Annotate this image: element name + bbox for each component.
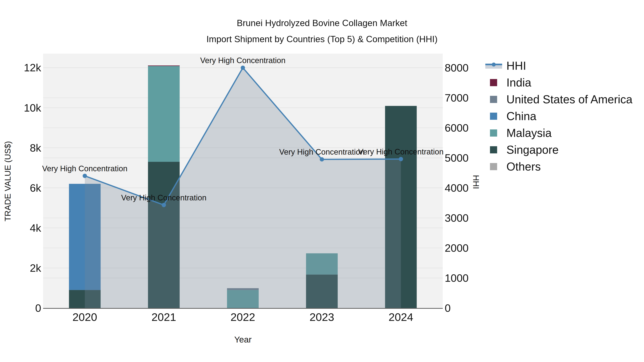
legend-swatch-cell bbox=[485, 57, 502, 74]
x-axis-title: Year bbox=[207, 335, 279, 345]
legend-item-united-states-of-america[interactable]: United States of America bbox=[485, 91, 632, 108]
legend-swatch-cell bbox=[485, 108, 502, 125]
legend-item-label: China bbox=[506, 110, 536, 123]
hhi-marker-2022[interactable] bbox=[241, 66, 245, 70]
legend-item-label: Singapore bbox=[506, 143, 559, 156]
legend-swatch-cell bbox=[485, 158, 502, 175]
legend-swatch-cell bbox=[485, 91, 502, 108]
hhi-marker-2020[interactable] bbox=[83, 174, 87, 178]
annotation-2024: Very High Concentration bbox=[358, 147, 444, 156]
y-left-tick-2k: 2k bbox=[30, 262, 41, 274]
hhi-marker-2021[interactable] bbox=[162, 203, 166, 207]
chart-plot-area: Very High ConcentrationVery High Concent… bbox=[0, 0, 644, 362]
hhi-line-swatch-icon bbox=[485, 62, 502, 69]
y-right-tick-8000: 8000 bbox=[445, 62, 468, 74]
legend-item-hhi[interactable]: HHI bbox=[485, 57, 632, 74]
legend-item-label: HHI bbox=[506, 59, 526, 72]
y-right-tick-2000: 2000 bbox=[445, 242, 468, 254]
chart-title-line2: Import Shipment by Countries (Top 5) & C… bbox=[0, 31, 644, 47]
y-left-tick-6k: 6k bbox=[30, 182, 41, 194]
y-left-tick-12k: 12k bbox=[24, 62, 41, 74]
bar-segment-2021-malaysia[interactable] bbox=[148, 66, 180, 162]
y-right-tick-0: 0 bbox=[445, 302, 450, 314]
legend-color-swatch-icon bbox=[490, 146, 497, 153]
hhi-marker-2024[interactable] bbox=[399, 157, 403, 161]
annotation-2021: Very High Concentration bbox=[121, 193, 206, 202]
bar-segment-2021-india[interactable] bbox=[148, 65, 180, 66]
y-right-axis-title: HHI bbox=[471, 164, 481, 200]
y-right-tick-7000: 7000 bbox=[445, 92, 468, 104]
chart-title-line1: Brunei Hydrolyzed Bovine Collagen Market bbox=[0, 15, 644, 31]
annotation-2020: Very High Concentration bbox=[42, 164, 128, 173]
legend-color-swatch-icon bbox=[490, 96, 497, 103]
x-tick-2022: 2022 bbox=[230, 311, 255, 323]
y-left-tick-8k: 8k bbox=[30, 142, 41, 154]
hhi-marker-2023[interactable] bbox=[320, 157, 324, 161]
legend-item-china[interactable]: China bbox=[485, 108, 632, 125]
legend-item-label: United States of America bbox=[506, 93, 632, 106]
legend-item-singapore[interactable]: Singapore bbox=[485, 141, 632, 158]
legend: HHIIndiaUnited States of AmericaChinaMal… bbox=[485, 57, 632, 175]
y-right-tick-5000: 5000 bbox=[445, 152, 468, 164]
hhi-marker-glyph bbox=[492, 62, 496, 66]
x-tick-2021: 2021 bbox=[152, 311, 176, 323]
annotation-2023: Very High Concentration bbox=[279, 147, 364, 156]
x-tick-2023: 2023 bbox=[310, 311, 334, 323]
legend-color-swatch-icon bbox=[490, 129, 497, 137]
legend-color-swatch-icon bbox=[490, 163, 497, 170]
y-right-tick-1000: 1000 bbox=[445, 272, 468, 284]
y-left-axis-title: TRADE VALUE (US$) bbox=[3, 110, 13, 253]
y-left-tick-0: 0 bbox=[35, 302, 41, 314]
legend-swatch-cell bbox=[485, 74, 502, 91]
figure: Very High ConcentrationVery High Concent… bbox=[0, 0, 644, 362]
y-left-tick-4k: 4k bbox=[30, 222, 41, 234]
legend-item-india[interactable]: India bbox=[485, 74, 632, 91]
legend-item-label: Others bbox=[506, 160, 541, 173]
x-tick-2024: 2024 bbox=[388, 311, 413, 323]
legend-color-swatch-icon bbox=[490, 113, 497, 120]
legend-item-malaysia[interactable]: Malaysia bbox=[485, 125, 632, 141]
y-right-tick-4000: 4000 bbox=[445, 182, 468, 194]
legend-item-label: India bbox=[506, 76, 531, 89]
y-right-tick-3000: 3000 bbox=[445, 212, 468, 224]
legend-item-label: Malaysia bbox=[506, 126, 552, 140]
x-tick-2020: 2020 bbox=[72, 311, 97, 323]
annotation-2022: Very High Concentration bbox=[200, 56, 286, 65]
chart-title: Brunei Hydrolyzed Bovine Collagen Market… bbox=[0, 15, 644, 47]
legend-swatch-cell bbox=[485, 125, 502, 141]
y-right-tick-6000: 6000 bbox=[445, 122, 468, 134]
legend-item-others[interactable]: Others bbox=[485, 158, 632, 175]
y-left-tick-10k: 10k bbox=[24, 102, 41, 114]
legend-color-swatch-icon bbox=[490, 79, 497, 86]
legend-swatch-cell bbox=[485, 141, 502, 158]
